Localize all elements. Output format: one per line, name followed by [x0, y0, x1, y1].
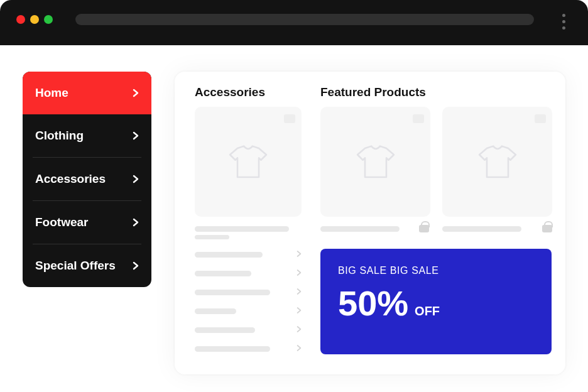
sidebar-item-label: Clothing — [35, 129, 84, 143]
promo-off: OFF — [415, 304, 440, 318]
placeholder-line — [195, 226, 289, 232]
chevron-right-icon — [133, 175, 139, 183]
accessory-sub-item[interactable] — [195, 305, 302, 317]
kebab-dot — [562, 20, 565, 23]
kebab-dot — [562, 14, 565, 17]
product-card[interactable] — [195, 107, 302, 217]
accessory-sub-item[interactable] — [195, 268, 302, 279]
placeholder-line — [195, 346, 270, 352]
sidebar-item-clothing[interactable]: Clothing — [23, 114, 151, 157]
tag-icon — [284, 113, 295, 124]
window-minimize-dot[interactable] — [30, 15, 39, 24]
chevron-right-icon — [133, 218, 139, 227]
app-frame: Home Clothing Accessories Footwear Speci… — [0, 0, 588, 392]
sidebar-item-label: Footwear — [35, 215, 88, 229]
tshirt-icon — [227, 144, 270, 184]
accessories-heading: Accessories — [195, 85, 265, 99]
chevron-right-icon — [133, 131, 139, 140]
sidebar-menu: Home Clothing Accessories Footwear Speci… — [23, 72, 151, 287]
chevron-right-icon — [297, 249, 302, 260]
tag-icon — [413, 113, 424, 124]
placeholder-line — [195, 308, 236, 314]
promo-percent: 50% — [338, 283, 408, 324]
accessory-sub-item[interactable] — [195, 343, 302, 354]
chevron-right-icon — [297, 268, 302, 279]
address-bar[interactable] — [75, 14, 534, 25]
window-maximize-dot[interactable] — [44, 15, 53, 24]
placeholder-line — [442, 226, 521, 232]
placeholder-line — [195, 271, 251, 276]
placeholder-line — [195, 290, 270, 295]
sidebar-item-label: Home — [35, 86, 68, 100]
tag-icon — [535, 113, 546, 124]
placeholder-line — [195, 327, 255, 333]
tshirt-icon — [354, 144, 397, 184]
sidebar-item-footwear[interactable]: Footwear — [23, 201, 151, 244]
cart-icon[interactable] — [419, 222, 429, 234]
chevron-right-icon — [133, 89, 139, 97]
chevron-right-icon — [297, 305, 302, 317]
accessory-sub-item[interactable] — [195, 286, 302, 298]
sidebar-item-accessories[interactable]: Accessories — [23, 158, 151, 200]
placeholder-line — [195, 252, 263, 258]
browser-chrome — [0, 0, 588, 45]
accessory-sub-item[interactable] — [195, 249, 302, 260]
kebab-menu[interactable] — [562, 14, 565, 30]
chevron-right-icon — [133, 261, 139, 270]
accessory-sub-item[interactable] — [195, 324, 302, 335]
placeholder-line — [195, 235, 229, 239]
product-card[interactable] — [442, 107, 552, 217]
kebab-dot — [562, 26, 565, 30]
sidebar-item-label: Accessories — [35, 172, 106, 186]
sidebar-item-label: Special Offers — [35, 259, 116, 273]
cart-icon[interactable] — [542, 222, 552, 234]
featured-heading: Featured Products — [320, 85, 426, 99]
sidebar-item-home[interactable]: Home — [23, 72, 151, 114]
promo-headline: 50%OFF — [338, 276, 534, 324]
sidebar-item-special-offers[interactable]: Special Offers — [23, 244, 151, 287]
promo-subtitle: BIG SALE BIG SALE — [338, 265, 534, 276]
chevron-right-icon — [297, 324, 302, 335]
chevron-right-icon — [297, 286, 302, 298]
promo-banner[interactable]: BIG SALE BIG SALE 50%OFF — [320, 249, 552, 354]
main-panel: Accessories Featured Products BIG — [175, 72, 565, 374]
chevron-right-icon — [297, 343, 302, 354]
product-card[interactable] — [320, 107, 430, 217]
tshirt-icon — [476, 144, 519, 184]
placeholder-line — [320, 226, 400, 232]
window-close-dot[interactable] — [16, 15, 25, 24]
